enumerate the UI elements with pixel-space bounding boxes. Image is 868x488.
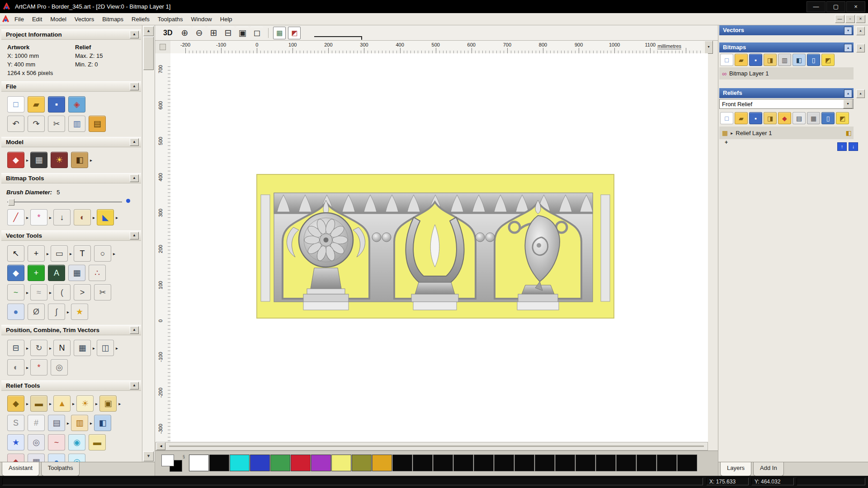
- star-relief-icon[interactable]: ★: [7, 434, 24, 450]
- create-text-icon[interactable]: T: [74, 245, 91, 262]
- relief-layer-thumb-icon[interactable]: ▦: [722, 129, 728, 136]
- toggle-model-view-icon[interactable]: ▦: [273, 27, 286, 39]
- palette-colour-17[interactable]: [535, 455, 555, 471]
- collapse-section-button[interactable]: ▲: [130, 174, 139, 182]
- layer-visibility-icon[interactable]: ∞: [722, 70, 726, 77]
- brush-diameter-slider[interactable]: [7, 198, 134, 206]
- palette-colour-1[interactable]: [209, 455, 229, 471]
- spiral-icon[interactable]: ◎: [51, 359, 68, 375]
- plateau-relief-icon[interactable]: ▬: [89, 434, 106, 450]
- combo-dropdown-icon[interactable]: ▾: [843, 99, 853, 108]
- palette-colour-21[interactable]: [616, 455, 636, 471]
- measure-tool-icon[interactable]: Ø: [28, 304, 45, 320]
- flyout-arrow-icon[interactable]: ▸: [26, 401, 28, 406]
- relief-layer-options-icon[interactable]: ◩: [836, 112, 849, 124]
- palette-colour-16[interactable]: [514, 455, 534, 471]
- tab-add-in[interactable]: Add In: [753, 462, 784, 476]
- collapse-section-button[interactable]: ▲: [130, 326, 139, 334]
- ruler-corner[interactable]: [155, 41, 171, 54]
- glow-relief-icon[interactable]: ◉: [68, 434, 85, 450]
- import-bitmap-icon[interactable]: ◨: [764, 54, 777, 66]
- palette-colour-7[interactable]: [331, 455, 351, 471]
- palette-colour-5[interactable]: [291, 455, 311, 471]
- zoom-window-icon[interactable]: ⊞: [207, 26, 220, 40]
- flyout-arrow-icon[interactable]: ▸: [90, 158, 92, 163]
- move-layer-down-icon[interactable]: ↓: [849, 142, 858, 151]
- palette-colour-13[interactable]: [453, 455, 473, 471]
- save-bitmap-icon[interactable]: ▪: [749, 54, 762, 66]
- sculpt-smudge-icon[interactable]: S: [7, 415, 24, 431]
- flyout-arrow-icon[interactable]: ▸: [49, 346, 52, 351]
- move-layer-up-icon[interactable]: ↑: [837, 142, 847, 151]
- flyout-arrow-icon[interactable]: ▸: [67, 421, 69, 426]
- flyout-arrow-icon[interactable]: ▸: [116, 215, 118, 220]
- fit-curve-icon[interactable]: ∫: [48, 304, 65, 320]
- array-copy-icon[interactable]: ∴: [89, 265, 106, 281]
- flyout-arrow-icon[interactable]: ▸: [26, 158, 28, 163]
- mirror-vectors-icon[interactable]: ◐: [7, 359, 24, 375]
- menu-edit[interactable]: Edit: [28, 14, 46, 24]
- delete-relief-icon[interactable]: ▯: [821, 112, 835, 124]
- scrollbar-thumb[interactable]: [143, 37, 154, 70]
- flyout-arrow-icon[interactable]: ▸: [72, 401, 75, 406]
- flyout-arrow-icon[interactable]: ▸: [93, 215, 95, 220]
- palette-colour-8[interactable]: [352, 455, 372, 471]
- relief-layer-name[interactable]: Relief Layer 1: [736, 130, 772, 136]
- create-polyline-icon[interactable]: >: [74, 284, 91, 300]
- collapse-section-button[interactable]: ▲: [130, 83, 139, 90]
- weave-relief-icon[interactable]: #: [28, 415, 45, 431]
- menu-toolpaths[interactable]: Toolpaths: [154, 14, 187, 24]
- set-model-size-icon[interactable]: ◆: [7, 152, 24, 168]
- drawing-canvas[interactable]: [170, 53, 708, 442]
- model-artwork[interactable]: [256, 174, 614, 319]
- lighting-material-icon[interactable]: ☀: [51, 152, 68, 168]
- menu-file[interactable]: File: [10, 14, 28, 24]
- swirl-relief-icon[interactable]: ◎: [68, 454, 85, 462]
- bitmaps-collapse-icon[interactable]: ▴: [844, 44, 852, 52]
- bitmap-layer-options-icon[interactable]: ◩: [821, 54, 835, 66]
- smooth-relief-icon[interactable]: ▬: [30, 395, 47, 412]
- create-rectangle-icon[interactable]: ▭: [51, 245, 68, 262]
- freehand-draw-icon[interactable]: ~: [7, 284, 24, 300]
- zoom-in-icon[interactable]: ⊕: [178, 26, 191, 40]
- smooth-vectors-icon[interactable]: ≈: [30, 284, 47, 300]
- paint-brush-icon[interactable]: ╱: [7, 209, 24, 225]
- palette-colour-15[interactable]: [494, 455, 514, 471]
- menu-model[interactable]: Model: [46, 14, 70, 24]
- mdi-minimize-button[interactable]: —: [835, 15, 844, 23]
- tab-layers[interactable]: Layers: [720, 462, 751, 476]
- flyout-arrow-icon[interactable]: ▸: [47, 251, 49, 256]
- load-picture-icon[interactable]: ◧: [71, 152, 88, 168]
- wrap-text-icon[interactable]: A: [48, 265, 65, 281]
- turn-relief-icon[interactable]: ◎: [28, 434, 45, 450]
- palette-colour-12[interactable]: [433, 455, 453, 471]
- horizontal-scrollbar[interactable]: ◂: [156, 442, 708, 450]
- palette-colour-10[interactable]: [392, 455, 412, 471]
- tab-assistant[interactable]: Assistant: [2, 462, 39, 476]
- palette-colour-11[interactable]: [413, 455, 433, 471]
- zoom-fit-icon[interactable]: ▣: [236, 26, 249, 40]
- export-image-icon[interactable]: ◈: [68, 96, 85, 113]
- close-button[interactable]: ×: [846, 1, 865, 12]
- texture-flow-icon[interactable]: ▦: [28, 454, 45, 462]
- flood-fill-icon[interactable]: ◣: [97, 209, 114, 225]
- nesting-icon[interactable]: N: [53, 340, 71, 356]
- palette-colour-20[interactable]: [596, 455, 616, 471]
- relief-select-combo[interactable]: ▾: [719, 99, 854, 109]
- zoom-previous-icon[interactable]: ⊟: [221, 26, 235, 40]
- greyscale-bitmap-icon[interactable]: ▥: [778, 54, 791, 66]
- palette-colour-2[interactable]: [230, 455, 250, 471]
- reliefs-collapse-icon[interactable]: ▴: [844, 89, 852, 98]
- calculate-relief-icon[interactable]: ◆: [778, 112, 791, 124]
- create-star-icon[interactable]: ★: [71, 304, 88, 320]
- slider-track[interactable]: [7, 202, 122, 202]
- maximize-button[interactable]: ▢: [826, 1, 845, 12]
- collapse-section-button[interactable]: ▲: [130, 138, 139, 146]
- palette-colour-19[interactable]: [576, 455, 595, 471]
- new-bitmap-icon[interactable]: □: [720, 54, 733, 66]
- menu-vectors[interactable]: Vectors: [71, 14, 98, 24]
- copy-icon[interactable]: ▥: [68, 116, 85, 132]
- panel-pin-icon[interactable]: ▴: [856, 27, 865, 35]
- new-relief-icon[interactable]: □: [720, 112, 733, 124]
- make-grid-icon[interactable]: ▦: [68, 265, 85, 281]
